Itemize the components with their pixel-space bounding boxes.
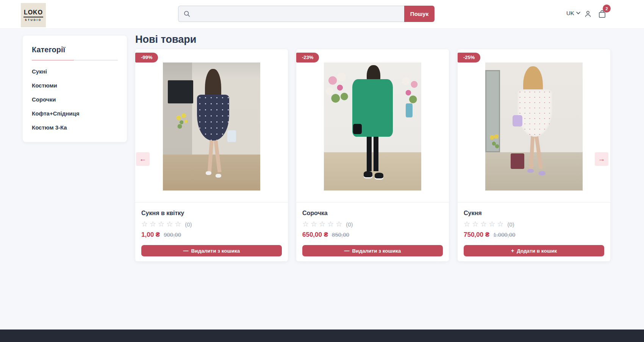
sidebar-item-kostium-3ka[interactable]: Костюм 3-Ка [32,125,118,131]
star-icon[interactable]: ☆ [489,220,495,228]
page-title: Нові товари [135,33,196,45]
logo[interactable]: LOKO STUDIO [21,3,46,27]
search-icon [183,10,191,18]
sidebar-item-kostiumy[interactable]: Костюми [32,83,118,89]
remove-from-cart-button[interactable]: — Видалити з кошика [302,245,443,256]
photo-shape [513,115,522,126]
product-image[interactable] [485,62,583,191]
rating-row: ☆ ☆ ☆ ☆ ☆ (0) [302,220,443,228]
star-icon[interactable]: ☆ [150,220,156,228]
sidebar-item-sukni[interactable]: Сукні [32,69,118,75]
photo-shape [216,174,221,178]
photo-shape [208,138,214,173]
remove-from-cart-button[interactable]: — Видалити з кошика [141,245,282,256]
product-title[interactable]: Сукня в квітку [141,210,282,217]
cart-button-label: Видалити з кошика [352,248,401,254]
photo-shape [529,135,535,169]
rating-row: ☆ ☆ ☆ ☆ ☆ (0) [141,220,282,228]
account-button[interactable] [584,10,592,19]
discount-badge: -23% [296,53,319,62]
price-old: 1.000,00 [493,231,515,238]
categories-title: Категорії [32,45,118,54]
star-icon[interactable]: ☆ [158,220,164,228]
photo-shape [168,80,193,103]
star-icon[interactable]: ☆ [166,220,173,228]
product-image[interactable] [163,62,260,191]
sidebar-item-sorochky[interactable]: Сорочки [32,97,118,103]
product-image[interactable] [324,62,421,191]
price-row: 750,00 ₴ 1.000,00 [464,231,604,239]
photo-shape [511,153,524,169]
card-divider [296,202,449,203]
star-icon[interactable]: ☆ [141,220,148,228]
minus-icon: — [344,248,350,253]
rating-count: (0) [346,221,353,228]
price-current: 750,00 ₴ [464,231,489,239]
logo-text: LOKO [23,9,43,17]
categories-panel: Категорії Сукні Костюми Сорочки Кофта+Сп… [23,36,127,142]
star-icon[interactable]: ☆ [480,220,487,228]
minus-icon: — [183,248,189,253]
photo-shape [398,73,421,106]
star-icon[interactable]: ☆ [302,220,309,228]
product-info: Сорочка ☆ ☆ ☆ ☆ ☆ (0) 650,00 ₴ 850,00 [302,208,443,239]
cart-button-label: Видалити з кошика [191,248,240,254]
product-card: -25% Сукня ☆ ☆ ☆ ☆ ☆ (0) 750,00 ₴ 1.000,… [458,49,610,261]
price-row: 650,00 ₴ 850,00 [302,231,443,239]
photo-shape [527,169,534,173]
language-label: UK [566,10,574,16]
footer [0,330,644,342]
product-info: Сукня в квітку ☆ ☆ ☆ ☆ ☆ (0) 1,00 ₴ 900,… [141,208,282,239]
search-input[interactable] [194,10,400,17]
discount-badge: -99% [135,53,158,62]
plus-icon: + [511,248,514,253]
card-divider [135,202,288,203]
chevron-down-icon [576,12,580,14]
rating-count: (0) [507,221,514,228]
search-button[interactable]: Пошук [404,6,435,22]
arrow-right-icon: → [598,155,605,163]
photo-shape [364,171,372,177]
photo-shape [197,95,229,141]
product-card: -99% Сукня в квітку ☆ ☆ ☆ ☆ ☆ (0) 1,00 ₴… [135,49,288,261]
photo-shape [535,135,543,169]
product-card: -23% Сорочка ☆ ☆ ☆ ☆ ☆ (0) 650,00 ₴ 850,… [296,49,449,261]
star-icon[interactable]: ☆ [319,220,325,228]
carousel-prev-button[interactable]: ← [136,152,150,166]
star-icon[interactable]: ☆ [472,220,478,228]
price-current: 1,00 ₴ [141,231,160,239]
person-icon [584,10,592,18]
star-icon[interactable]: ☆ [464,220,470,228]
price-old: 850,00 [332,231,349,238]
photo-shape [367,134,372,171]
star-icon[interactable]: ☆ [327,220,334,228]
photo-shape [175,112,189,130]
star-icon[interactable]: ☆ [336,220,342,228]
sidebar-item-kofta-spidnytsia[interactable]: Кофта+Спідниця [32,111,118,117]
photo-shape [374,134,378,171]
photo-shape [353,124,362,134]
carousel-next-button[interactable]: → [595,152,608,166]
rating-count: (0) [185,221,192,228]
product-info: Сукня ☆ ☆ ☆ ☆ ☆ (0) 750,00 ₴ 1.000,00 [464,208,604,239]
logo-subtext: STUDIO [25,19,42,21]
photo-shape [375,173,383,178]
star-icon[interactable]: ☆ [175,220,181,228]
add-to-cart-button[interactable]: + Додати в кошик [464,245,604,256]
language-selector[interactable]: UK [566,10,580,16]
search-bar: Пошук [178,6,435,22]
cart-count-badge[interactable]: 2 [603,5,611,12]
categories-divider [32,60,118,61]
star-icon[interactable]: ☆ [497,220,503,228]
photo-shape [227,130,236,142]
product-title[interactable]: Сорочка [302,210,443,217]
cart-button-label: Додати в кошик [517,248,557,254]
header: LOKO STUDIO Пошук UK 2 [0,0,644,29]
rating-row: ☆ ☆ ☆ ☆ ☆ (0) [464,220,604,228]
photo-shape [324,72,353,108]
product-title[interactable]: Сукня [464,210,604,217]
card-divider [458,202,610,203]
price-row: 1,00 ₴ 900,00 [141,231,282,239]
star-icon[interactable]: ☆ [311,220,317,228]
discount-badge: -25% [458,53,480,62]
